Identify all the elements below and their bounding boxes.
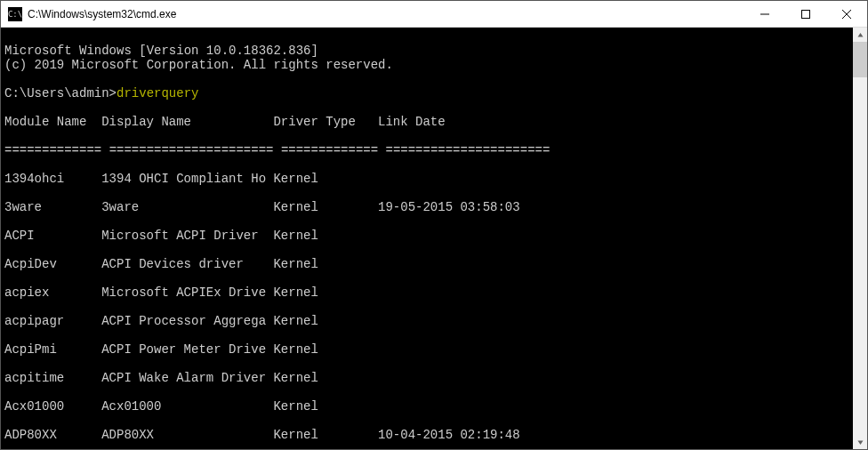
table-row: ACPIMicrosoft ACPI DriverKernel [4,229,849,243]
table-row: acpipagrACPI Processor AggregaKernel [4,314,849,328]
cell-type: Kernel [273,399,378,414]
svg-marker-4 [857,33,863,37]
cell-display: ADP80XX [101,428,273,442]
cell-module: acpiex [4,285,101,300]
col-type: Driver Type [273,115,378,129]
console-output[interactable]: Microsoft Windows [Version 10.0.18362.83… [1,28,853,449]
cell-module: AcpiPmi [4,342,101,357]
cell-display: 1394 OHCI Compliant Ho [101,172,273,186]
minimize-button[interactable] [744,1,785,27]
col-module: Module Name [4,115,101,129]
table-row: AcpiDevACPI Devices driverKernel [4,257,849,271]
cell-display: ACPI Processor Aggrega [101,314,273,328]
cell-display: ACPI Power Meter Drive [101,342,273,357]
cell-type: Kernel [273,172,378,186]
cell-type: Kernel [273,257,378,271]
table-row: 1394ohci1394 OHCI Compliant HoKernel [4,172,849,186]
cmd-window: C:\ C:\Windows\system32\cmd.exe Microsof… [0,0,868,450]
cell-display: Microsoft ACPIEx Drive [101,285,273,300]
table-row: ADP80XXADP80XXKernel10-04-2015 02:19:48 [4,428,849,442]
scroll-up-button[interactable] [853,28,867,42]
table-row: acpiexMicrosoft ACPIEx DriveKernel [4,285,849,300]
cell-display: ACPI Wake Alarm Driver [101,371,273,385]
cell-module: 1394ohci [4,172,101,186]
scroll-down-button[interactable] [853,435,867,449]
window-controls [744,1,867,27]
scrollbar-thumb[interactable] [853,42,867,77]
cell-module: 3ware [4,200,101,214]
cmd-icon: C:\ [8,7,22,21]
window-title: C:\Windows\system32\cmd.exe [28,8,176,20]
cell-type: Kernel [273,229,378,243]
col-date: Link Date [378,115,446,129]
table-row: AcpiPmiACPI Power Meter DriveKernel [4,342,849,357]
version-line: Microsoft Windows [Version 10.0.18362.83… [4,44,318,58]
cell-module: Acx01000 [4,399,101,414]
table-row: acpitimeACPI Wake Alarm DriverKernel [4,371,849,385]
prompt-line: C:\Users\admin>driverquery [4,86,198,100]
cell-type: Kernel [273,200,378,214]
table-row: 3ware3wareKernel19-05-2015 03:58:03 [4,200,849,214]
scrollbar-track[interactable] [853,42,867,435]
col-display: Display Name [101,115,273,129]
cell-date: 19-05-2015 03:58:03 [378,200,520,214]
cell-type: Kernel [273,342,378,357]
close-button[interactable] [826,1,867,27]
cell-type: Kernel [273,371,378,385]
prompt-path: C:\Users\admin> [4,86,117,100]
cell-type: Kernel [273,428,378,442]
cell-display: Microsoft ACPI Driver [101,229,273,243]
titlebar[interactable]: C:\ C:\Windows\system32\cmd.exe [1,1,867,28]
cell-module: acpitime [4,371,101,385]
cell-type: Kernel [273,314,378,328]
console-area: Microsoft Windows [Version 10.0.18362.83… [1,28,867,449]
cell-display: Acx01000 [101,399,273,414]
cell-module: acpipagr [4,314,101,328]
command-text: driverquery [117,86,198,100]
maximize-button[interactable] [785,1,826,27]
vertical-scrollbar[interactable] [853,28,867,449]
table-row: Acx01000Acx01000Kernel [4,399,849,414]
cell-display: ACPI Devices driver [101,257,273,271]
cell-module: ADP80XX [4,428,101,442]
cell-module: AcpiDev [4,257,101,271]
cell-module: ACPI [4,229,101,243]
table-separator: ============= ====================== ===… [4,143,849,157]
cell-type: Kernel [273,285,378,300]
svg-marker-5 [857,440,863,445]
table-header: Module NameDisplay NameDriver TypeLink D… [4,115,849,129]
cell-date: 10-04-2015 02:19:48 [378,428,520,442]
copyright-line: (c) 2019 Microsoft Corporation. All righ… [4,58,393,72]
cell-display: 3ware [101,200,273,214]
svg-rect-1 [802,10,810,18]
